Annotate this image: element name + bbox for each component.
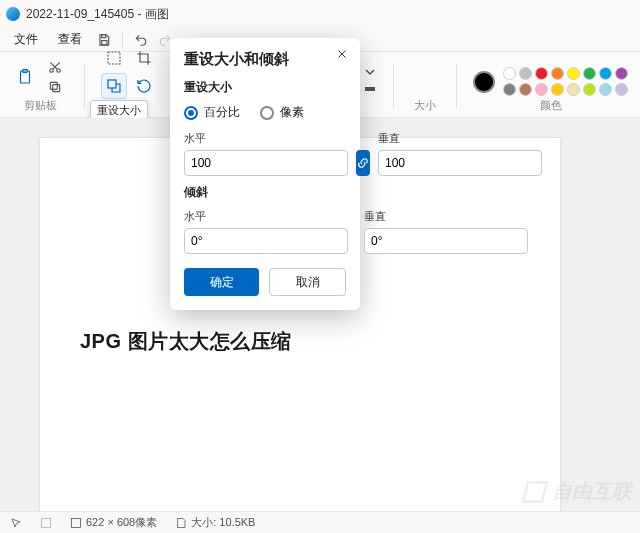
shape-fill-icon[interactable] — [363, 82, 377, 96]
color-swatch[interactable] — [535, 83, 548, 96]
color-swatch[interactable] — [519, 83, 532, 96]
watermark: 自由互联 — [524, 478, 632, 505]
label-skew-v: 垂直 — [364, 209, 528, 224]
ok-button[interactable]: 确定 — [184, 268, 259, 296]
paint-app-icon — [6, 7, 20, 21]
ribbon-group-clipboard: 剪贴板 — [6, 56, 74, 115]
ribbon-label-clipboard: 剪贴板 — [24, 98, 57, 113]
color-swatch[interactable] — [535, 67, 548, 80]
radio-percent-label: 百分比 — [204, 104, 240, 121]
dialog-title: 重设大小和倾斜 — [184, 50, 346, 69]
svg-rect-0 — [102, 34, 106, 37]
window-title: 2022-11-09_145405 - 画图 — [26, 6, 169, 23]
rotate-button[interactable] — [131, 73, 157, 99]
paste-button[interactable] — [12, 64, 38, 90]
color-swatch[interactable] — [615, 67, 628, 80]
select-rect-button[interactable] — [101, 45, 127, 71]
canvas-text: JPG 图片太大怎么压缩 — [80, 328, 292, 355]
color-swatch[interactable] — [599, 83, 612, 96]
svg-point-5 — [57, 69, 61, 73]
color-swatch[interactable] — [551, 67, 564, 80]
cut-button[interactable] — [42, 58, 68, 76]
input-skew-horizontal[interactable] — [184, 228, 348, 254]
color-swatch[interactable] — [583, 83, 596, 96]
status-filesize: 大小: 10.5KB — [175, 515, 255, 530]
status-cursor — [10, 517, 22, 529]
chevron-down-icon[interactable] — [363, 65, 377, 79]
color-swatch[interactable] — [551, 83, 564, 96]
input-resize-horizontal[interactable] — [184, 150, 348, 176]
radio-percent[interactable]: 百分比 — [184, 104, 240, 121]
ribbon-group-color: 颜色 — [467, 56, 634, 115]
svg-rect-1 — [102, 40, 107, 44]
color-swatch[interactable] — [599, 67, 612, 80]
svg-rect-8 — [108, 52, 120, 64]
status-bar: 622 × 608像素 大小: 10.5KB — [0, 511, 640, 533]
menu-view[interactable]: 查看 — [52, 29, 88, 50]
resize-skew-dialog: 重设大小和倾斜 重设大小 百分比 像素 水平 垂直 倾斜 水平 — [170, 38, 360, 310]
label-vertical: 垂直 — [378, 131, 542, 146]
radio-pixel[interactable]: 像素 — [260, 104, 304, 121]
palette-row-1 — [503, 67, 628, 80]
section-skew-label: 倾斜 — [184, 184, 346, 201]
label-skew-h: 水平 — [184, 209, 348, 224]
input-skew-vertical[interactable] — [364, 228, 528, 254]
status-dimensions: 622 × 608像素 — [70, 515, 157, 530]
title-bar: 2022-11-09_145405 - 画图 — [0, 0, 640, 28]
ribbon-divider — [84, 64, 85, 108]
color-swatch[interactable] — [503, 83, 516, 96]
color-swatch[interactable] — [567, 67, 580, 80]
color-swatch[interactable] — [615, 83, 628, 96]
color-primary-swatch[interactable] — [473, 71, 495, 93]
radio-pixel-label: 像素 — [280, 104, 304, 121]
link-aspect-button[interactable] — [356, 150, 370, 176]
ribbon-divider — [456, 64, 457, 108]
ribbon-group-size: 大小 — [404, 56, 446, 115]
svg-rect-20 — [42, 518, 51, 527]
section-resize-label: 重设大小 — [184, 79, 346, 96]
crop-button[interactable] — [131, 45, 157, 71]
status-selection — [40, 517, 52, 529]
stroke-size-button[interactable] — [410, 70, 440, 96]
svg-rect-9 — [108, 80, 116, 88]
color-swatch[interactable] — [567, 83, 580, 96]
copy-button[interactable] — [42, 78, 68, 96]
svg-rect-7 — [50, 82, 57, 89]
svg-rect-6 — [53, 85, 60, 92]
resize-button[interactable] — [101, 73, 127, 99]
label-horizontal: 水平 — [184, 131, 348, 146]
color-swatch[interactable] — [583, 67, 596, 80]
menu-file[interactable]: 文件 — [8, 29, 44, 50]
ribbon-label-size: 大小 — [414, 98, 436, 113]
svg-rect-19 — [365, 87, 375, 91]
palette-row-2 — [503, 83, 628, 96]
svg-rect-21 — [72, 518, 81, 527]
svg-point-4 — [50, 69, 54, 73]
close-button[interactable] — [334, 46, 350, 62]
watermark-icon — [521, 481, 549, 503]
color-swatch[interactable] — [503, 67, 516, 80]
ribbon-divider — [393, 64, 394, 108]
ribbon-label-color: 颜色 — [540, 98, 562, 113]
input-resize-vertical[interactable] — [378, 150, 542, 176]
cancel-button[interactable]: 取消 — [269, 268, 346, 296]
color-swatch[interactable] — [519, 67, 532, 80]
